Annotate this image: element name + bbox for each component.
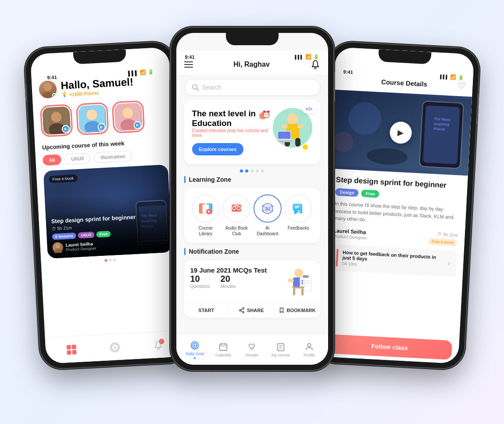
svg-point-62 [294,269,303,277]
filter-uiux[interactable]: UI/UX [64,153,91,165]
heart-icon[interactable]: ♡ [457,80,465,91]
svg-rect-31 [297,125,304,128]
nav-daily-goal-label: Daily Goal [186,352,204,356]
instructor-info-right: Laurel Seilha Product Designer [332,227,367,240]
svg-point-23 [157,348,159,349]
nav-daily-goal[interactable]: Daily Goal [184,341,206,359]
questions-stat: 10 Questions [190,274,210,289]
center-header: Hi, Raghav [176,60,328,75]
bdot-5 [261,169,264,172]
learning-zone-grid: CourseLibrary [190,194,314,237]
explore-courses-btn[interactable]: Explore courses [192,143,244,155]
nav-profile[interactable]: Profile [298,342,320,357]
svg-point-19 [55,244,60,249]
center-greeting: Hi, Raghav [233,61,270,68]
upcoming-title: Upcoming course of this week [42,138,166,151]
instructor-avatar [52,242,63,253]
svg-point-20 [54,249,62,253]
right-time: 9:41 [343,69,353,75]
svg-rect-74 [292,287,304,288]
nav-donate[interactable]: Donate [241,342,263,357]
nav-notifications[interactable]: 2 [153,340,163,350]
dot-2 [109,259,111,262]
filter-all[interactable]: All [42,154,61,165]
bdot-4 [256,169,259,172]
user-avatar [38,80,57,98]
search-placeholder: Search [202,84,222,91]
bell-icon[interactable] [311,60,320,69]
svg-point-21 [111,344,118,350]
instructor-row-left: Laurel Seilha Product Designer [52,237,167,253]
nav-explore[interactable] [110,342,120,352]
svg-point-93 [307,344,311,347]
svg-point-22 [114,346,116,348]
active-dot [194,357,196,359]
online-indicator [52,93,57,97]
audio-book-label: Audio BookClub [225,225,248,237]
svg-rect-36 [276,140,292,142]
story-item-3[interactable]: ▶ [111,100,145,133]
svg-line-80 [241,309,243,310]
svg-point-71 [301,280,303,282]
free-badge: Free [361,190,379,198]
banner-page-dots [176,169,328,172]
nav-home[interactable] [66,345,76,355]
course-card-left[interactable]: The Most Inspiring Places Free e-book [43,165,172,259]
start-action[interactable]: START [184,303,229,318]
story-item-1[interactable]: ▶ [39,104,73,137]
svg-point-24 [315,67,316,69]
ai-dashboard-icon: AI [254,194,282,223]
feedbacks-icon [284,194,312,223]
nav-my-course-label: My course [272,353,290,357]
lz-feedbacks[interactable]: Feedbacks [284,194,312,237]
lz-course-library[interactable]: CourseLibrary [192,194,220,237]
follow-class-button[interactable]: Follow class [327,334,452,360]
nav-my-course[interactable]: My course [270,342,292,357]
filter-illustration[interactable]: Illustration [94,151,132,163]
lz-ai-dashboard[interactable]: AI [254,194,282,237]
center-status-icons: ▌▌▌ 📶 🔋 [295,54,319,60]
bookmark-action[interactable]: BOOKMARK [274,303,320,318]
exam-stats: 10 Questions 20 Minutes [190,274,267,289]
svg-rect-85 [220,344,227,351]
svg-rect-33 [295,138,300,147]
center-time: 9:41 [185,54,195,60]
search-bar[interactable]: Search [184,79,320,96]
svg-text:AI: AI [265,206,270,212]
svg-rect-75 [293,288,295,295]
banner-dot-yellow [303,144,308,150]
svg-point-53 [262,210,264,212]
lz-audio-book[interactable]: Audio BookClub [222,194,250,237]
nav-donate-label: Donate [246,353,258,357]
svg-line-26 [197,89,198,90]
banner-subtitle: Curated interview prep live cohorts and … [192,128,277,138]
svg-point-51 [262,205,264,207]
svg-point-73 [301,284,303,286]
svg-point-0 [43,83,52,91]
nav-calendar[interactable]: Calender [212,342,234,357]
course-overlay: Step design sprint for beginner ⏱ 5h 21m… [45,207,172,259]
code-tag: </> [303,104,316,113]
svg-point-84 [194,345,196,346]
svg-point-52 [272,205,273,207]
svg-rect-42 [208,211,209,213]
notification-zone-section: Notification Zone [176,248,328,255]
share-action[interactable]: SHARE [229,303,274,318]
ebook-badge: Free e-book [49,175,77,183]
right-title: Course Details [381,78,427,87]
svg-point-46 [234,208,235,209]
menu-icon[interactable] [184,61,193,68]
notification-zone-title: Notification Zone [184,248,320,255]
minutes-stat: 20 Minutes [221,274,236,289]
banner-card: The next level in Education Curated inte… [184,100,320,164]
left-time: 9:41 [47,74,57,80]
learning-zone-section: Learning Zone [176,176,328,243]
bdot-3 [250,169,254,172]
center-bottom-nav: Daily Goal Calender [176,334,328,365]
story-item-2[interactable]: ▶ [75,102,109,136]
course-description: In this course I'll show the step by ste… [333,200,459,228]
bdot-2 [245,169,248,172]
audio-book-icon [222,194,250,223]
banner-illustration: ⏰ [277,108,312,156]
related-lesson[interactable]: How to get feedback on their products in… [331,244,457,277]
